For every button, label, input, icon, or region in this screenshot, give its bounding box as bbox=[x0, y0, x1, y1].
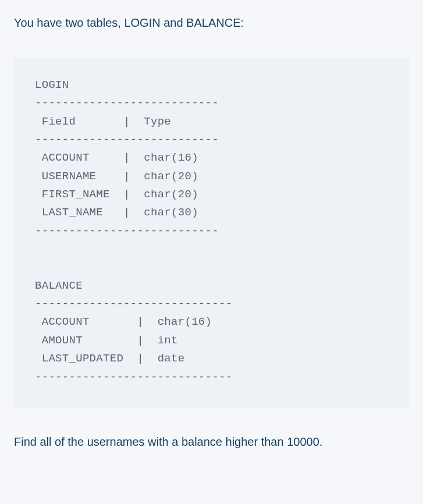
question-paragraph: Find all of the usernames with a balance… bbox=[14, 435, 409, 449]
code-block-container: LOGIN --------------------------- Field … bbox=[14, 58, 409, 407]
code-content: LOGIN --------------------------- Field … bbox=[35, 76, 388, 386]
intro-paragraph: You have two tables, LOGIN and BALANCE: bbox=[14, 16, 409, 30]
